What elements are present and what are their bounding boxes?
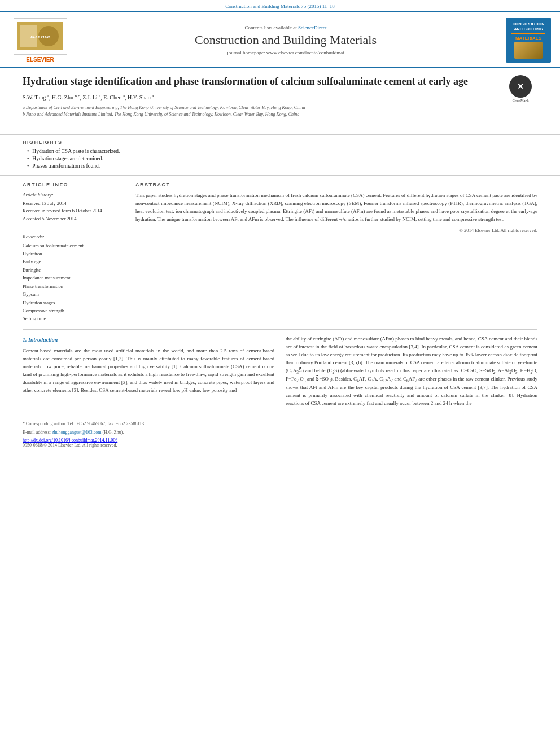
article-info-heading: ARTICLE INFO bbox=[23, 182, 117, 187]
email-link[interactable]: zhuhonggangust@163.com bbox=[52, 430, 102, 435]
logo-sub: MATERIALS bbox=[515, 36, 541, 41]
journal-title: Construction and Building Materials bbox=[71, 33, 500, 47]
logo-box: ELSEVIER bbox=[14, 18, 67, 55]
main-content: 1. Introduction Cement-based materials a… bbox=[0, 330, 560, 417]
intro-para-left: Cement-based materials are the most used… bbox=[23, 347, 274, 395]
article-info-panel: ARTICLE INFO Article history: Received 1… bbox=[23, 182, 124, 323]
affiliation-b: b Nano and Advanced Materials Institute … bbox=[23, 112, 299, 117]
article-title-text: Hydration stage identification and phase… bbox=[23, 76, 468, 87]
highlight-item-2: Hydration stages are determined. bbox=[27, 156, 537, 161]
keyword-7: Gypsum bbox=[23, 290, 117, 298]
keyword-1: Calcium sulfoaluminate cement bbox=[23, 242, 117, 250]
keyword-6: Phase transformation bbox=[23, 282, 117, 290]
logo-box-right: Construction and Building MATERIALS bbox=[506, 18, 551, 63]
issn-line: 0950-0618/© 2014 Elsevier Ltd. All right… bbox=[23, 443, 537, 448]
elsevier-brand: ELSEVIER bbox=[26, 56, 54, 63]
crossmark-icon: ✕ bbox=[509, 75, 532, 98]
highlights-heading: HIGHLIGHTS bbox=[23, 139, 537, 145]
crossmark-label: CrossMark bbox=[512, 99, 528, 103]
svg-text:ELSEVIER: ELSEVIER bbox=[30, 34, 50, 39]
keyword-8: Hydration stages bbox=[23, 299, 117, 307]
article-header: Hydration stage identification and phase… bbox=[0, 68, 560, 135]
affiliation-a: a Department of Civil and Environment En… bbox=[23, 105, 305, 110]
abstract-heading: ABSTRACT bbox=[135, 182, 537, 187]
svg-text:✕: ✕ bbox=[517, 82, 524, 91]
logo-title: Construction and Building bbox=[513, 21, 544, 32]
journal-center-info: Contents lists available at ScienceDirec… bbox=[71, 25, 500, 55]
intro-heading: 1. Introduction bbox=[23, 335, 274, 344]
keyword-3: Early age bbox=[23, 257, 117, 265]
article-body: ARTICLE INFO Article history: Received 1… bbox=[0, 176, 560, 329]
article-history: Received 13 July 2014 Received in revise… bbox=[23, 200, 117, 228]
corresponding-author-note: * Corresponding author. Tel.: +852 90469… bbox=[23, 421, 537, 427]
abstract-text: This paper studies hydration stages and … bbox=[135, 192, 537, 224]
highlights-list: Hydration of CSA paste is characterized.… bbox=[23, 148, 537, 169]
highlights-section: HIGHLIGHTS Hydration of CSA paste is cha… bbox=[0, 135, 560, 176]
accepted-date: Accepted 5 November 2014 bbox=[23, 215, 117, 223]
history-subheading: Article history: bbox=[23, 192, 117, 198]
logo-small-image bbox=[514, 42, 542, 59]
keywords-subheading: Keywords: bbox=[23, 234, 117, 239]
affiliations: a Department of Civil and Environment En… bbox=[23, 104, 537, 123]
sidebar-journal-logo: Construction and Building MATERIALS bbox=[500, 18, 551, 63]
abstract-copyright: © 2014 Elsevier Ltd. All rights reserved… bbox=[135, 228, 537, 233]
left-column: 1. Introduction Cement-based materials a… bbox=[23, 335, 274, 411]
journal-cover-image: ELSEVIER bbox=[18, 22, 63, 50]
keyword-5: Impedance measurement bbox=[23, 274, 117, 282]
keyword-4: Ettringite bbox=[23, 266, 117, 274]
intro-para-right: the ability of ettringite (AFt) and mono… bbox=[286, 335, 537, 408]
email-line: E-mail address: zhuhonggangust@163.com (… bbox=[23, 429, 537, 436]
keyword-9: Compressive strength bbox=[23, 307, 117, 314]
highlight-item-3: Phases transformation is found. bbox=[27, 163, 537, 169]
keyword-10: Setting time bbox=[23, 314, 117, 322]
right-column: the ability of ettringite (AFt) and mono… bbox=[286, 335, 537, 411]
received-revised-date: Received in revised form 6 October 2014 bbox=[23, 207, 117, 215]
sciencedirect-anchor[interactable]: ScienceDirect bbox=[298, 25, 326, 30]
elsevier-logo: ELSEVIER ELSEVIER bbox=[9, 18, 71, 63]
crossmark-badge[interactable]: ✕ CrossMark bbox=[504, 75, 537, 103]
footer: * Corresponding author. Tel.: +852 90469… bbox=[0, 417, 560, 451]
abstract-section: ABSTRACT This paper studies hydration st… bbox=[135, 182, 537, 323]
authors-line: S.W. Tang a, H.G. Zhu b,*, Z.J. Li a, E.… bbox=[23, 94, 537, 101]
homepage-link: journal homepage: www.elsevier.com/locat… bbox=[71, 50, 500, 55]
article-title-container: Hydration stage identification and phase… bbox=[23, 75, 537, 88]
highlight-item-1: Hydration of CSA paste is characterized. bbox=[27, 148, 537, 154]
doi-line[interactable]: http://dx.doi.org/10.1016/j.conbuildmat.… bbox=[23, 438, 537, 443]
keywords-list: Calcium sulfoaluminate cement Hydration … bbox=[23, 242, 117, 323]
logo-divider bbox=[511, 33, 545, 34]
keyword-2: Hydration bbox=[23, 250, 117, 257]
citation-bar: Construction and Building Materials 75 (… bbox=[0, 0, 560, 12]
journal-header: ELSEVIER ELSEVIER Contents lists availab… bbox=[0, 12, 560, 68]
received-date: Received 13 July 2014 bbox=[23, 200, 117, 208]
sciencedirect-link: Contents lists available at ScienceDirec… bbox=[71, 25, 500, 30]
